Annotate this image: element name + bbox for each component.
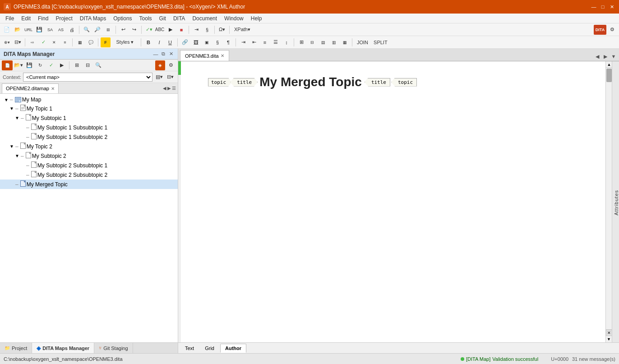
ditamap-tab[interactable]: OPENME2.ditamap ✕: [2, 83, 59, 93]
close-button[interactable]: ✕: [608, 3, 615, 10]
format-indent-button[interactable]: ⇥: [191, 25, 201, 35]
find-prev-button[interactable]: 🔎: [92, 25, 102, 35]
panel-tab-git[interactable]: ⑂ Git Staging: [94, 343, 133, 354]
media-button[interactable]: ▣: [202, 37, 212, 47]
filter-button[interactable]: ⊟▾: [13, 37, 23, 47]
scroll-corner-btn1[interactable]: ✕: [606, 330, 612, 336]
decrease-indent-button[interactable]: ⇤: [249, 37, 259, 47]
tree-toggle-mysubtopic2[interactable]: ▼: [14, 153, 20, 159]
minimize-button[interactable]: —: [590, 3, 597, 10]
table-props-button[interactable]: ⊟: [307, 37, 317, 47]
table-row-button[interactable]: ▤: [318, 37, 328, 47]
tree-item-sub1sub1[interactable]: – My Subtopic 1 Subsubtopic 1: [0, 123, 178, 132]
menu-document[interactable]: Document: [189, 14, 221, 23]
dm-settings-button[interactable]: ⚙: [166, 60, 176, 70]
new-button[interactable]: 📄: [2, 25, 12, 35]
save-button[interactable]: 💾: [34, 25, 44, 35]
insert-frame-button[interactable]: ▦: [75, 37, 85, 47]
dita-tab-menu[interactable]: ☰: [172, 86, 176, 91]
maximize-button[interactable]: □: [599, 3, 606, 10]
dm-reload-button[interactable]: ↻: [35, 60, 45, 70]
dita-tab-prev[interactable]: ◀: [163, 86, 166, 91]
menu-edit[interactable]: Edit: [18, 14, 34, 23]
check-spelling-button[interactable]: ABC: [155, 25, 165, 35]
bold-button[interactable]: B: [143, 37, 153, 47]
options-gear-button[interactable]: ⚙: [607, 25, 617, 35]
unordered-list-button[interactable]: ≡: [260, 37, 270, 47]
find-replace-button[interactable]: 🔍: [82, 25, 92, 35]
tab-author[interactable]: Author: [220, 344, 246, 353]
tree-toggle-mysubtopic1[interactable]: ▼: [14, 115, 20, 121]
editor-scroll-area[interactable]: topic title My Merged Topic title: [181, 61, 605, 342]
tab-nav-menu[interactable]: ▼: [610, 53, 617, 60]
tree-item-sub2sub2[interactable]: – My Subtopic 2 Subsubtopic 2: [0, 170, 178, 180]
highlight-button[interactable]: F: [101, 37, 111, 47]
scrollbar-thumb[interactable]: [606, 69, 612, 82]
tab-nav-next[interactable]: ▶: [602, 53, 609, 60]
tab-grid[interactable]: Grid: [200, 344, 219, 353]
ordered-list-button[interactable]: ☰: [271, 37, 281, 47]
dm-collapse-button[interactable]: ⊟: [83, 60, 92, 70]
open-url-button[interactable]: URL: [23, 25, 33, 35]
menu-dita-maps[interactable]: DITA Maps: [76, 14, 110, 23]
split-button[interactable]: SPLIT: [371, 37, 390, 47]
tree-item-mytopic2[interactable]: ▼ – My Topic 2: [0, 142, 178, 151]
dm-expand-button[interactable]: ⊞: [72, 60, 82, 70]
dita-tab-next[interactable]: ▶: [167, 86, 171, 91]
table-col-button[interactable]: ▥: [329, 37, 339, 47]
context-dropdown[interactable]: <Current map>: [23, 73, 152, 82]
image-button[interactable]: 🖼: [191, 37, 201, 47]
find-next-button[interactable]: ⊞: [103, 25, 113, 35]
tab-text[interactable]: Text: [180, 344, 199, 353]
menu-tools[interactable]: Tools: [136, 14, 156, 23]
context-options-button[interactable]: ▤▾: [154, 72, 164, 82]
tree-item-sub1sub2[interactable]: – My Subtopic 1 Subsubtopic 2: [0, 132, 178, 142]
accept-button[interactable]: ≡: [60, 37, 70, 47]
link-button[interactable]: 🔗: [180, 37, 190, 47]
insert-special-char-button[interactable]: Ω▾: [217, 25, 227, 35]
editor-tab-openme3[interactable]: OPENME3.dita ✕: [180, 50, 229, 61]
dm-validate-button[interactable]: ✓: [46, 60, 56, 70]
underline-button[interactable]: U: [165, 37, 175, 47]
check-button[interactable]: ✓: [38, 37, 48, 47]
dm-save-button[interactable]: 💾: [24, 60, 34, 70]
tree-toggle-mymap[interactable]: ▼: [4, 97, 9, 102]
menu-dita[interactable]: DITA: [170, 14, 189, 23]
save-as-button[interactable]: AS: [56, 25, 66, 35]
tree-item-mysubtopic2[interactable]: ▼ – My Subtopic 2: [0, 151, 178, 161]
insert-comment-button[interactable]: 💬: [86, 37, 96, 47]
editor-tab-close[interactable]: ✕: [221, 53, 224, 58]
validate-button[interactable]: ✓▾: [144, 25, 154, 35]
redo-button[interactable]: ↪: [129, 25, 139, 35]
menu-git[interactable]: Git: [156, 14, 170, 23]
xpath-button[interactable]: XPath▾: [232, 25, 253, 35]
tree-toggle-mytopic2[interactable]: ▼: [9, 144, 14, 149]
track-changes-button[interactable]: ⊕▾: [2, 37, 12, 47]
menu-file[interactable]: File: [2, 14, 18, 23]
menu-find[interactable]: Find: [34, 14, 52, 23]
format-button[interactable]: §: [202, 25, 212, 35]
italic-button[interactable]: I: [154, 37, 164, 47]
panel-tab-dita-maps[interactable]: ◈ DITA Maps Manager: [32, 343, 94, 354]
dm-search-button[interactable]: 🔍: [93, 60, 103, 70]
dm-open-button[interactable]: 📂▾: [14, 60, 23, 70]
tree-item-sub2sub1[interactable]: – My Subtopic 2 Subsubtopic 1: [0, 161, 178, 170]
remove-button[interactable]: ✕: [49, 37, 59, 47]
panel-minimize-button[interactable]: —: [152, 51, 159, 57]
tree-item-mymergedtopic[interactable]: – My Merged Topic: [0, 180, 178, 189]
scrollbar-down-button[interactable]: ▼: [606, 336, 612, 342]
tree-item-mymap[interactable]: ▼ – My Map: [0, 96, 178, 104]
save-all-button[interactable]: SA: [45, 25, 55, 35]
paragraph-mark-button[interactable]: ¶: [223, 37, 233, 47]
panel-float-button[interactable]: ⧉: [160, 51, 166, 57]
apply-xsl-button[interactable]: ▶: [166, 25, 176, 35]
section-button[interactable]: §: [212, 37, 222, 47]
increase-indent-button[interactable]: ⇥: [238, 37, 248, 47]
menu-window[interactable]: Window: [221, 14, 247, 23]
table-button[interactable]: ⊞: [296, 37, 306, 47]
menu-help[interactable]: Help: [247, 14, 266, 23]
panel-tab-project[interactable]: 📁 Project: [0, 343, 32, 354]
dm-transform-button[interactable]: ▶: [57, 60, 67, 70]
transform-button[interactable]: ⇨: [28, 37, 37, 47]
dm-highlight-button[interactable]: ◈: [155, 60, 165, 70]
